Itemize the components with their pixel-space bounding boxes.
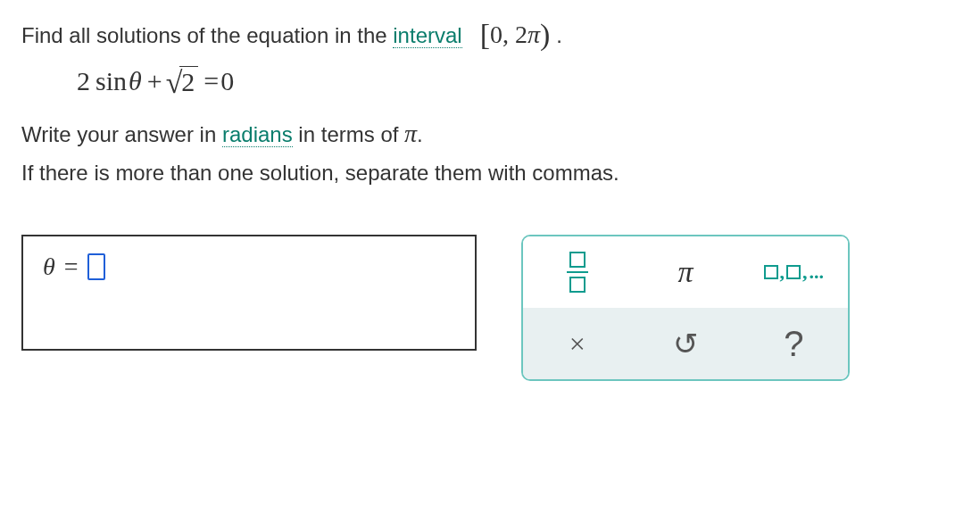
- tool-panel: π ,,... × ↺ ?: [521, 235, 850, 381]
- radians-term-link[interactable]: radians: [222, 122, 293, 147]
- pi-button[interactable]: π: [631, 236, 739, 308]
- undo-button[interactable]: ↺: [631, 308, 739, 379]
- help-icon: ?: [784, 324, 803, 364]
- answer-region: θ = π ,,... ×: [21, 235, 959, 381]
- answer-input[interactable]: [87, 253, 105, 280]
- instruction-2: If there is more than one solution, sepa…: [21, 158, 959, 189]
- pi-icon: π: [677, 255, 693, 289]
- sqrt: √ 2: [166, 66, 199, 96]
- prompt-prefix: Find all solutions of the equation in th…: [21, 23, 393, 47]
- theta-label: θ: [43, 253, 55, 281]
- equals-label: =: [64, 253, 79, 281]
- clear-button[interactable]: ×: [523, 308, 631, 379]
- interval-expression: [0, 2π): [480, 21, 557, 48]
- instruction-1: Write your answer in radians in terms of…: [21, 116, 959, 153]
- undo-icon: ↺: [673, 326, 698, 361]
- problem-prompt: Find all solutions of the equation in th…: [21, 16, 959, 50]
- help-button[interactable]: ?: [740, 308, 848, 379]
- fraction-button[interactable]: [523, 236, 631, 308]
- clear-icon: ×: [569, 327, 586, 360]
- interval-term-link[interactable]: interval: [393, 23, 461, 48]
- list-button[interactable]: ,,...: [740, 236, 848, 308]
- list-icon: ,,...: [764, 261, 825, 284]
- answer-box[interactable]: θ =: [21, 235, 477, 351]
- fraction-icon: [567, 252, 588, 293]
- equation: 2 sin θ + √ 2 = 0: [77, 66, 959, 96]
